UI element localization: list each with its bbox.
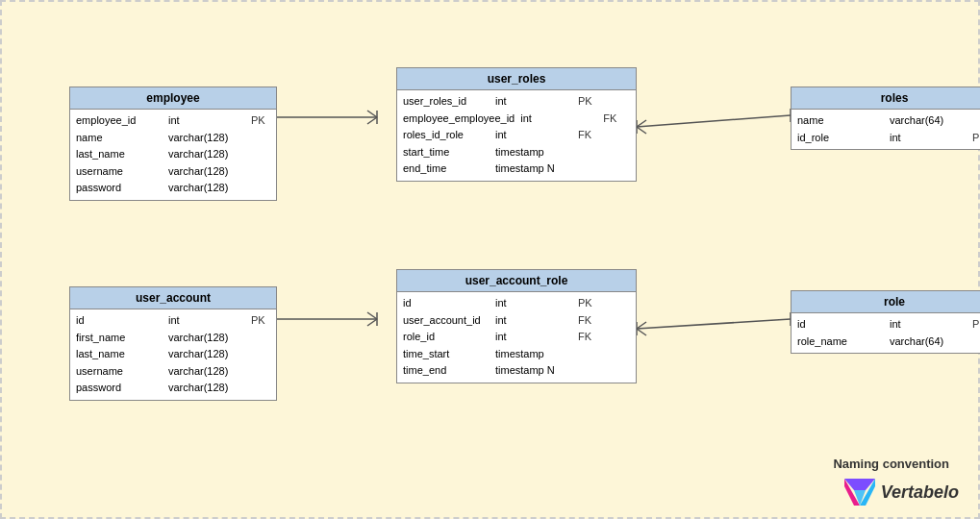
table-role-body: id int PK role_name varchar(64)	[792, 313, 980, 353]
table-row: roles_id_role int FK	[403, 127, 630, 144]
table-roles-header: roles	[792, 87, 980, 110]
vertabelo-logo: Vertabelo	[844, 479, 959, 506]
table-user-account-role: user_account_role id int PK user_account…	[396, 269, 637, 383]
table-employee: employee employee_id int PK name varchar…	[69, 86, 277, 201]
vertabelo-icon	[844, 479, 875, 506]
table-roles: roles name varchar(64) id_role int PK	[791, 86, 980, 150]
table-row: first_name varchar(128)	[76, 330, 270, 347]
table-row: id int PK	[797, 316, 980, 334]
table-row: end_time timestamp N	[403, 161, 630, 178]
table-role-header: role	[792, 291, 980, 313]
svg-line-19	[637, 329, 646, 335]
svg-line-15	[367, 319, 377, 326]
svg-line-16	[637, 319, 791, 329]
table-row: last_name varchar(128)	[76, 146, 270, 163]
table-row: username varchar(128)	[76, 163, 270, 181]
table-user-roles: user_roles user_roles_id int PK employee…	[396, 67, 637, 182]
table-role: role id int PK role_name varchar(64)	[791, 290, 980, 354]
table-row: id int PK	[76, 312, 270, 330]
table-row: role_name varchar(64)	[797, 334, 980, 351]
svg-line-7	[637, 120, 646, 127]
table-employee-header: employee	[70, 87, 276, 110]
table-row: password varchar(128)	[76, 380, 270, 397]
table-row: id_role int PK	[797, 130, 980, 147]
diagram-canvas: employee employee_id int PK name varchar…	[0, 0, 980, 519]
table-row: time_start timestamp	[403, 346, 630, 363]
table-row: last_name varchar(128)	[76, 346, 270, 363]
svg-line-3	[367, 111, 377, 117]
table-row: time_end timestamp N	[403, 362, 630, 380]
table-user-account: user_account id int PK first_name varcha…	[69, 286, 277, 401]
table-row: name varchar(128)	[76, 130, 270, 147]
svg-line-18	[637, 322, 646, 329]
table-user-roles-body: user_roles_id int PK employee_employee_i…	[397, 90, 636, 181]
vertabelo-label: Vertabelo	[881, 482, 959, 503]
table-user-account-body: id int PK first_name varchar(128) last_n…	[70, 309, 276, 400]
table-row: employee_employee_id int FK	[403, 111, 630, 128]
table-row: password varchar(128)	[76, 180, 270, 197]
table-user-roles-header: user_roles	[397, 68, 636, 90]
table-row: user_roles_id int PK	[403, 93, 630, 111]
svg-line-5	[637, 115, 791, 127]
table-row: id int PK	[403, 295, 630, 312]
table-row: name varchar(64)	[797, 112, 980, 130]
table-roles-body: name varchar(64) id_role int PK	[792, 110, 980, 149]
table-user-account-header: user_account	[70, 287, 276, 309]
table-row: username varchar(128)	[76, 363, 270, 381]
naming-convention-label: Naming convention	[833, 457, 949, 471]
table-row: user_account_id int FK	[403, 312, 630, 330]
table-row: role_id int FK	[403, 329, 630, 346]
svg-line-8	[637, 127, 646, 134]
svg-line-4	[367, 117, 377, 124]
table-user-account-role-body: id int PK user_account_id int FK role_id…	[397, 292, 636, 383]
table-employee-body: employee_id int PK name varchar(128) las…	[70, 110, 276, 200]
table-row: start_time timestamp	[403, 144, 630, 161]
table-user-account-role-header: user_account_role	[397, 270, 636, 292]
table-row: employee_id int PK	[76, 112, 270, 130]
svg-line-14	[367, 312, 377, 319]
